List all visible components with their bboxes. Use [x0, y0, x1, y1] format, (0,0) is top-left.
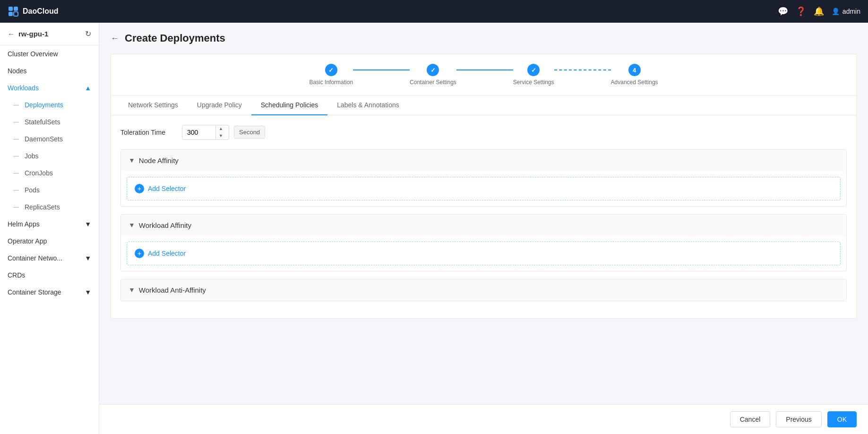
step-circle-1: ✓ — [325, 64, 337, 76]
tab-upgrade-policy[interactable]: Upgrade Policy — [188, 95, 251, 115]
sidebar-header: ← rw-gpu-1 ↻ — [0, 23, 99, 45]
sidebar-label-replicasets: ReplicaSets — [25, 203, 60, 211]
sidebar-helm-label: Helm Apps — [8, 220, 40, 228]
user-menu[interactable]: 👤 admin — [832, 8, 860, 15]
workload-affinity-add-selector[interactable]: + Add Selector — [127, 242, 841, 265]
sidebar-workloads-label: Workloads — [8, 84, 39, 92]
sidebar-section-helm-apps[interactable]: Helm Apps ▼ — [0, 216, 99, 233]
toleration-row: Toleration Time ▲ ▼ Second — [120, 125, 847, 140]
spin-down-button[interactable]: ▼ — [216, 132, 226, 139]
sidebar-section-container-network[interactable]: Container Netwo... ▼ — [0, 250, 99, 267]
plus-icon: + — [135, 249, 144, 258]
node-affinity-add-label: Add Selector — [148, 185, 186, 192]
svg-rect-1 — [14, 7, 18, 11]
main-container: ← Create Deployments ✓ Basic Information… — [99, 23, 868, 434]
sidebar-item-statefulsets[interactable]: — StatefulSets — [0, 113, 99, 130]
previous-button[interactable]: Previous — [776, 411, 821, 427]
main: ← Create Deployments ✓ Basic Information… — [99, 23, 868, 434]
tab-network-settings[interactable]: Network Settings — [119, 95, 188, 115]
logo-icon — [8, 6, 19, 17]
sidebar-label-cluster-overview: Cluster Overview — [8, 50, 58, 58]
sidebar-label-cronjobs: CronJobs — [25, 169, 53, 177]
logo: DaoCloud — [8, 6, 772, 17]
page-title: Create Deployments — [125, 32, 225, 44]
step-container-settings: ✓ Container Settings — [410, 64, 456, 86]
workload-anti-affinity-header[interactable]: ▼ Workload Anti-Affinity — [121, 279, 846, 301]
sidebar-item-crds[interactable]: CRDs — [0, 267, 99, 284]
sidebar-section-container-storage[interactable]: Container Storage ▼ — [0, 284, 99, 301]
step-basic-info: ✓ Basic Information — [309, 64, 353, 86]
step-label-2: Container Settings — [410, 79, 456, 86]
refresh-icon[interactable]: ↻ — [85, 29, 91, 38]
sidebar-item-pods[interactable]: — Pods — [0, 182, 99, 199]
brand-name: DaoCloud — [23, 7, 59, 16]
sidebar-container-storage-label: Container Storage — [8, 288, 61, 296]
node-affinity-body: + Add Selector — [121, 171, 846, 206]
workload-anti-affinity-title: Workload Anti-Affinity — [139, 286, 206, 294]
tab-area: Network Settings Upgrade Policy Scheduli… — [111, 95, 857, 319]
connector-3 — [554, 69, 611, 70]
sidebar-back-button[interactable]: ← — [8, 30, 15, 38]
chevron-icon: ▼ — [129, 221, 135, 229]
dash-icon: — — [13, 136, 19, 142]
step-circle-2: ✓ — [427, 64, 439, 76]
step-label-3: Service Settings — [513, 79, 554, 86]
workload-affinity-header[interactable]: ▼ Workload Affinity — [121, 215, 846, 236]
connector-1 — [353, 69, 410, 70]
step-advanced-settings: 4 Advanced Settings — [611, 64, 658, 86]
step-label-1: Basic Information — [309, 79, 353, 86]
sidebar-item-jobs[interactable]: — Jobs — [0, 148, 99, 165]
sidebar-label-operator-app: Operator App — [8, 237, 47, 245]
toleration-input-wrap: ▲ ▼ — [182, 125, 229, 140]
sidebar-item-replicasets[interactable]: — ReplicaSets — [0, 199, 99, 216]
sidebar: ← rw-gpu-1 ↻ Cluster Overview Nodes Work… — [0, 23, 99, 434]
number-spin: ▲ ▼ — [215, 125, 226, 139]
ok-button[interactable]: OK — [827, 411, 857, 427]
node-affinity-title: Node Affinity — [139, 156, 179, 165]
sidebar-item-deployments[interactable]: — Deployments — [0, 96, 99, 113]
dash-icon: — — [13, 187, 19, 193]
sidebar-container-network-label: Container Netwo... — [8, 254, 62, 262]
dash-icon: — — [13, 153, 19, 159]
chevron-icon: ▼ — [129, 156, 135, 164]
stepper: ✓ Basic Information ✓ Container Settings… — [111, 54, 857, 95]
sidebar-label-deployments: Deployments — [25, 101, 63, 109]
node-affinity-add-selector[interactable]: + Add Selector — [127, 177, 841, 200]
layout: ← rw-gpu-1 ↻ Cluster Overview Nodes Work… — [0, 23, 868, 434]
page-back-button[interactable]: ← — [111, 34, 119, 43]
tab-scheduling-policies[interactable]: Scheduling Policies — [251, 95, 327, 115]
topnav: DaoCloud 💬 ❓ 🔔 👤 admin — [0, 0, 868, 23]
sidebar-item-cronjobs[interactable]: — CronJobs — [0, 165, 99, 182]
sidebar-item-nodes[interactable]: Nodes — [0, 62, 99, 79]
help-icon[interactable]: ❓ — [796, 6, 806, 17]
toleration-label: Toleration Time — [120, 129, 177, 136]
toleration-input[interactable] — [182, 126, 215, 139]
plus-icon: + — [135, 184, 144, 193]
workload-affinity-add-label: Add Selector — [148, 250, 186, 257]
tabs: Network Settings Upgrade Policy Scheduli… — [111, 95, 856, 115]
footer: Cancel Previous OK — [99, 404, 868, 434]
sidebar-label-nodes: Nodes — [8, 67, 26, 75]
workload-affinity-title: Workload Affinity — [139, 221, 191, 229]
notification-icon[interactable]: 🔔 — [814, 6, 824, 17]
sidebar-cluster: ← rw-gpu-1 — [8, 30, 48, 38]
dash-icon: — — [13, 119, 19, 125]
step-label-4: Advanced Settings — [611, 79, 658, 86]
sidebar-item-operator-app[interactable]: Operator App — [0, 233, 99, 250]
topnav-actions: 💬 ❓ 🔔 👤 admin — [778, 6, 860, 17]
sidebar-label-pods: Pods — [25, 186, 40, 194]
node-affinity-header[interactable]: ▼ Node Affinity — [121, 150, 846, 171]
sidebar-item-daemonsets[interactable]: — DaemonSets — [0, 130, 99, 148]
page-header: ← Create Deployments — [111, 32, 857, 44]
workload-anti-affinity-section: ▼ Workload Anti-Affinity — [120, 279, 847, 301]
sidebar-item-cluster-overview[interactable]: Cluster Overview — [0, 45, 99, 62]
cancel-button[interactable]: Cancel — [730, 411, 771, 427]
chat-icon[interactable]: 💬 — [778, 6, 788, 17]
sidebar-label-statefulsets: StatefulSets — [25, 118, 60, 126]
cluster-name: rw-gpu-1 — [18, 30, 48, 38]
step-service-settings: ✓ Service Settings — [513, 64, 554, 86]
spin-up-button[interactable]: ▲ — [216, 125, 226, 132]
connector-2 — [456, 69, 513, 70]
tab-labels-annotations[interactable]: Labels & Annotations — [327, 95, 409, 115]
sidebar-section-workloads[interactable]: Workloads ▲ — [0, 79, 99, 96]
